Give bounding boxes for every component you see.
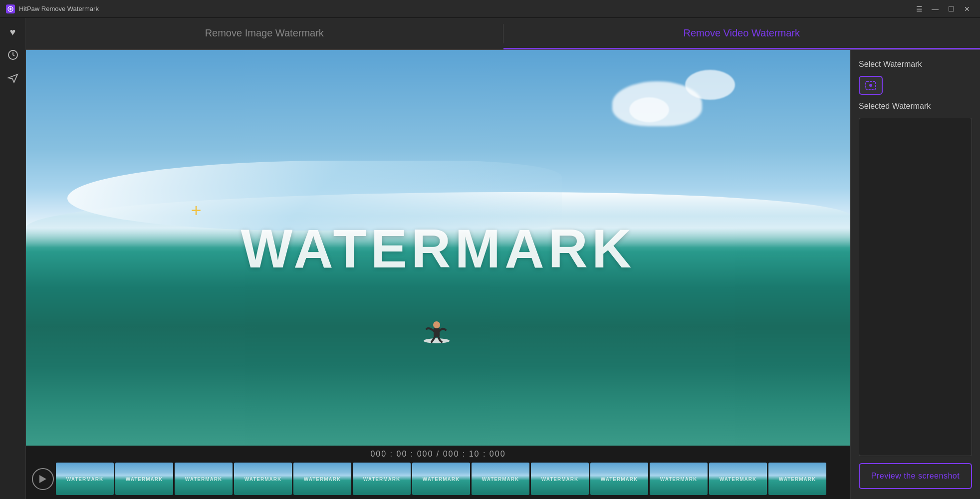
film-frame: WATERMARK xyxy=(768,463,826,495)
select-watermark-title: Select Watermark xyxy=(859,60,972,69)
video-background: WATERMARK + xyxy=(26,50,850,446)
close-button[interactable]: ✕ xyxy=(960,3,974,15)
film-frame: WATERMARK xyxy=(531,463,589,495)
tab-image[interactable]: Remove Image Watermark xyxy=(26,18,503,49)
film-frame: WATERMARK xyxy=(56,463,114,495)
film-frame: WATERMARK xyxy=(472,463,529,495)
sidebar-icons: ♥ xyxy=(0,18,26,499)
film-frame: WATERMARK xyxy=(412,463,470,495)
menu-button[interactable]: ☰ xyxy=(912,3,926,15)
svg-point-4 xyxy=(433,321,440,328)
select-watermark-btn-wrapper xyxy=(859,76,972,95)
film-frame: WATERMARK xyxy=(650,463,708,495)
main-area: WATERMARK + 000 : 00 : 000 / 000 : 10 : … xyxy=(26,50,980,499)
select-watermark-button[interactable] xyxy=(859,76,883,95)
titlebar-left: HitPaw Remove Watermark xyxy=(6,4,99,13)
film-frame: WATERMARK xyxy=(709,463,767,495)
svg-rect-3 xyxy=(434,327,440,337)
film-frame: WATERMARK xyxy=(234,463,292,495)
film-frame: WATERMARK xyxy=(590,463,648,495)
app-container: ♥ Remove Image Watermark Remove Video Wa… xyxy=(0,18,980,499)
right-panel: Select Watermark Selected Watermark Prev… xyxy=(850,50,980,499)
film-frame: WATERMARK xyxy=(353,463,411,495)
app-title: HitPaw Remove Watermark xyxy=(19,5,99,12)
film-frame: WATERMARK xyxy=(293,463,351,495)
video-canvas[interactable]: WATERMARK + xyxy=(26,50,850,446)
timecode: 000 : 00 : 000 / 000 : 10 : 000 xyxy=(26,450,850,459)
selected-watermark-preview xyxy=(859,118,972,456)
film-frame: WATERMARK xyxy=(175,463,233,495)
minimize-button[interactable]: — xyxy=(928,3,942,15)
filmstrip: WATERMARK WATERMARK WATERMARK xyxy=(56,463,826,495)
video-section: WATERMARK + 000 : 00 : 000 / 000 : 10 : … xyxy=(26,50,850,499)
preview-screenshot-button[interactable]: Preview the screenshot xyxy=(859,463,972,489)
film-frame: WATERMARK xyxy=(115,463,173,495)
maximize-button[interactable]: ☐ xyxy=(944,3,958,15)
heart-button[interactable]: ♥ xyxy=(3,22,23,42)
send-button[interactable] xyxy=(3,68,23,88)
svg-marker-5 xyxy=(39,475,46,483)
titlebar-controls: ☰ — ☐ ✕ xyxy=(912,3,974,15)
history-button[interactable] xyxy=(3,45,23,65)
cloud-2 xyxy=(685,70,735,100)
tab-bar: Remove Image Watermark Remove Video Wate… xyxy=(26,18,980,50)
surfer-figure xyxy=(422,305,452,347)
svg-point-2 xyxy=(424,338,450,343)
app-icon xyxy=(6,4,15,13)
titlebar: HitPaw Remove Watermark ☰ — ☐ ✕ xyxy=(0,0,980,18)
selected-watermark-title: Selected Watermark xyxy=(859,102,972,111)
filmstrip-row: WATERMARK WATERMARK WATERMARK xyxy=(26,463,850,495)
play-button[interactable] xyxy=(32,468,54,490)
content-area: Remove Image Watermark Remove Video Wate… xyxy=(26,18,980,499)
tab-video[interactable]: Remove Video Watermark xyxy=(503,18,980,49)
svg-point-7 xyxy=(870,84,872,86)
cloud-3 xyxy=(629,97,669,122)
timeline-area: 000 : 00 : 000 / 000 : 10 : 000 WATERMAR… xyxy=(26,446,850,499)
